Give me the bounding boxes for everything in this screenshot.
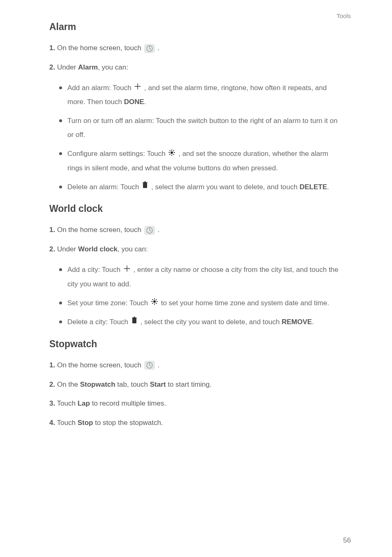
step-text: . [157, 226, 159, 234]
stopwatch-step-2: 2. On the Stopwatch tab, touch Start to … [49, 379, 343, 391]
page-number: 56 [343, 536, 351, 545]
bullet-text: Turn on or turn off an alarm: Touch the … [67, 117, 337, 139]
plus-icon [123, 263, 131, 277]
bullet-text: Delete an alarm: Touch [67, 183, 141, 191]
step-text: Touch [57, 399, 78, 407]
step-text: On the home screen, touch [57, 44, 143, 52]
step-text: tab, touch [115, 381, 150, 388]
stopwatch-step-3: 3. Touch Lap to record multiple times. [49, 398, 343, 410]
step-text: . [157, 361, 159, 369]
svg-line-7 [173, 154, 174, 155]
step-text: , you can: [118, 245, 148, 253]
step-text: Under [57, 63, 78, 71]
step-text: On the home screen, touch [57, 361, 143, 369]
alarm-step-1: 1. On the home screen, touch . [49, 42, 343, 54]
bullet-text: to set your home time zone and system da… [161, 299, 329, 307]
step-text: to stop the stopwatch. [93, 419, 163, 427]
bullet-text: Configure alarm settings: Touch [67, 150, 167, 158]
step-text: to start timing. [166, 381, 212, 388]
bullet-text: Delete a city: Touch [67, 318, 130, 326]
svg-line-22 [152, 303, 153, 304]
step-bold: Stop [78, 419, 93, 427]
clock-app-icon [144, 226, 155, 235]
worldclock-step-2: 2. Under World clock, you can: [49, 244, 343, 255]
bullet-configure-alarm: Configure alarm settings: Touch , and se… [59, 147, 343, 175]
step-bold: World clock [78, 245, 118, 253]
alarm-step-2: 2. Under Alarm, you can: [49, 62, 343, 74]
alarm-bullets: Add an alarm: Touch , and set the alarm … [59, 81, 343, 195]
gear-icon [168, 147, 175, 161]
svg-rect-12 [144, 181, 146, 182]
step-text: Touch [57, 419, 78, 427]
gear-icon [151, 296, 158, 310]
bullet-text: Add a city: Touch [67, 266, 122, 274]
bullet-text: , select the alarm you want to delete, a… [151, 183, 300, 191]
bullet-text: . [144, 98, 146, 106]
step-number: 1. [49, 44, 55, 52]
bullet-bold: DELETE [300, 183, 327, 191]
bullet-add-city: Add a city: Touch , enter a city name or… [59, 263, 343, 291]
step-text: On the [57, 381, 80, 388]
svg-line-19 [152, 299, 153, 300]
worldclock-step-1: 1. On the home screen, touch . [49, 224, 343, 236]
step-text: , you can: [98, 63, 128, 71]
bullet-set-timezone: Set your time zone: Touch to set your ho… [59, 296, 343, 311]
svg-rect-23 [132, 318, 136, 323]
stopwatch-step-1: 1. On the home screen, touch . [49, 360, 343, 371]
header-category: Tools [337, 12, 351, 19]
svg-point-1 [171, 151, 173, 154]
svg-line-8 [173, 150, 174, 151]
step-text: On the home screen, touch [57, 226, 143, 234]
heading-alarm: Alarm [49, 21, 343, 32]
step-bold: Alarm [78, 63, 98, 71]
step-number: 3. [49, 399, 55, 407]
bullet-delete-city: Delete a city: Touch , select the city y… [59, 315, 343, 330]
trash-icon [142, 180, 148, 194]
step-bold: Start [150, 381, 166, 388]
svg-line-20 [156, 303, 157, 304]
bullet-text: . [327, 183, 329, 191]
step-bold: Stopwatch [80, 381, 115, 388]
trash-icon [131, 316, 138, 330]
svg-rect-10 [143, 183, 147, 188]
step-text: Under [57, 245, 78, 253]
clock-app-icon [144, 361, 155, 370]
step-text: to record multiple times. [90, 399, 166, 407]
bullet-add-alarm: Add an alarm: Touch , and set the alarm … [59, 81, 343, 109]
heading-world-clock: World clock [49, 203, 343, 214]
step-number: 1. [49, 226, 55, 234]
svg-line-6 [170, 150, 171, 151]
heading-stopwatch: Stopwatch [49, 339, 343, 350]
step-number: 2. [49, 63, 55, 71]
bullet-text: Set your time zone: Touch [67, 299, 150, 307]
svg-line-9 [170, 154, 171, 155]
svg-point-14 [153, 300, 156, 303]
step-number: 2. [49, 381, 55, 388]
clock-app-icon [144, 44, 155, 53]
step-number: 2. [49, 245, 55, 253]
plus-icon [134, 81, 141, 95]
svg-rect-24 [132, 318, 137, 318]
svg-rect-25 [134, 317, 135, 318]
bullet-text: . [312, 318, 314, 326]
step-text: . [157, 44, 159, 52]
step-bold: Lap [78, 399, 90, 407]
bullet-delete-alarm: Delete an alarm: Touch , select the alar… [59, 180, 343, 195]
bullet-bold: REMOVE [282, 318, 312, 326]
svg-rect-11 [143, 182, 148, 183]
svg-line-21 [156, 299, 157, 300]
bullet-toggle-alarm: Turn on or turn off an alarm: Touch the … [59, 114, 343, 142]
bullet-text: Add an alarm: Touch [67, 84, 133, 92]
stopwatch-step-4: 4. Touch Stop to stop the stopwatch. [49, 417, 343, 429]
worldclock-bullets: Add a city: Touch , enter a city name or… [59, 263, 343, 330]
step-number: 4. [49, 419, 55, 427]
bullet-bold: DONE [124, 98, 144, 106]
bullet-text: , select the city you want to delete, an… [141, 318, 282, 326]
step-number: 1. [49, 361, 55, 369]
